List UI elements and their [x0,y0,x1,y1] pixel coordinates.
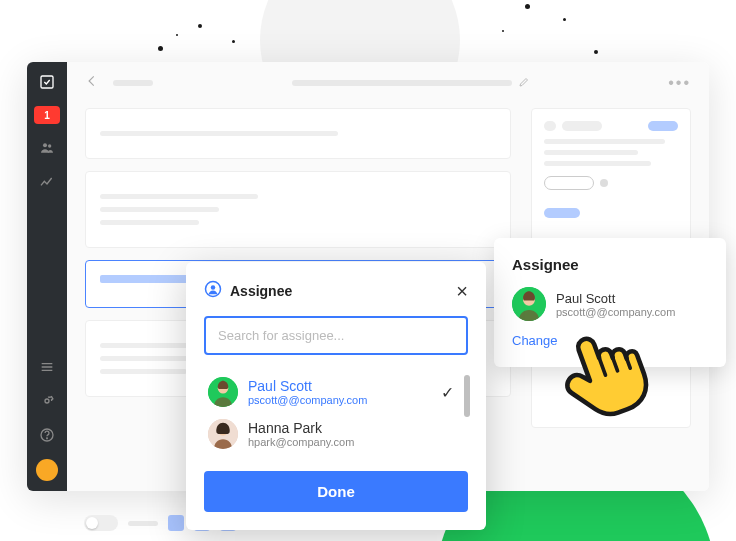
more-menu-icon[interactable]: ••• [668,74,691,92]
assignee-option[interactable]: Paul Scott pscott@@company.com ✓ [204,371,468,413]
nav-analytics-icon[interactable] [37,172,57,192]
svg-point-5 [47,438,48,439]
cursor-hand-icon [546,316,656,426]
assignee-picker: Assignee × Paul Scott pscott@@company.co… [186,262,486,530]
assignee-name: Paul Scott [556,291,675,306]
content-card [85,171,511,248]
close-icon[interactable]: × [456,281,468,301]
avatar [512,287,546,321]
content-card [85,108,511,159]
picker-title: Assignee [230,283,292,299]
edit-pencil-icon[interactable] [518,74,530,92]
assignee-option-list: Paul Scott pscott@@company.com ✓ Hanna P… [204,371,468,455]
breadcrumb-skeleton [113,80,153,86]
svg-rect-0 [41,76,53,88]
nav-notification-badge[interactable]: 1 [34,106,60,124]
toggle-switch[interactable] [84,515,118,531]
option-name: Paul Scott [248,378,367,394]
svg-point-3 [45,399,49,403]
avatar [208,377,238,407]
topbar: ••• [85,74,691,92]
nav-menu-icon[interactable] [37,357,57,377]
assignee-search-input[interactable] [204,316,468,355]
title-skeleton [292,80,512,86]
svg-point-9 [211,285,216,290]
action-square[interactable] [168,515,184,531]
scrollbar-thumb[interactable] [464,375,470,417]
option-name: Hanna Park [248,420,354,436]
nav-user-avatar[interactable] [36,459,58,481]
nav-checklist-icon[interactable] [37,72,57,92]
check-icon: ✓ [441,383,464,402]
assignee-card-title: Assignee [512,256,708,273]
nav-help-icon[interactable] [37,425,57,445]
svg-point-1 [43,143,47,147]
left-rail: 1 [27,62,67,491]
nav-settings-icon[interactable] [37,391,57,411]
filter-pill[interactable] [544,176,594,190]
nav-people-icon[interactable] [37,138,57,158]
option-email: pscott@@company.com [248,394,367,406]
user-circle-icon [204,280,222,302]
back-arrow-icon[interactable] [85,74,99,92]
avatar [208,419,238,449]
assignee-option[interactable]: Hanna Park hpark@company.com [204,413,468,455]
option-email: hpark@company.com [248,436,354,448]
svg-point-2 [48,144,51,147]
done-button[interactable]: Done [204,471,468,512]
